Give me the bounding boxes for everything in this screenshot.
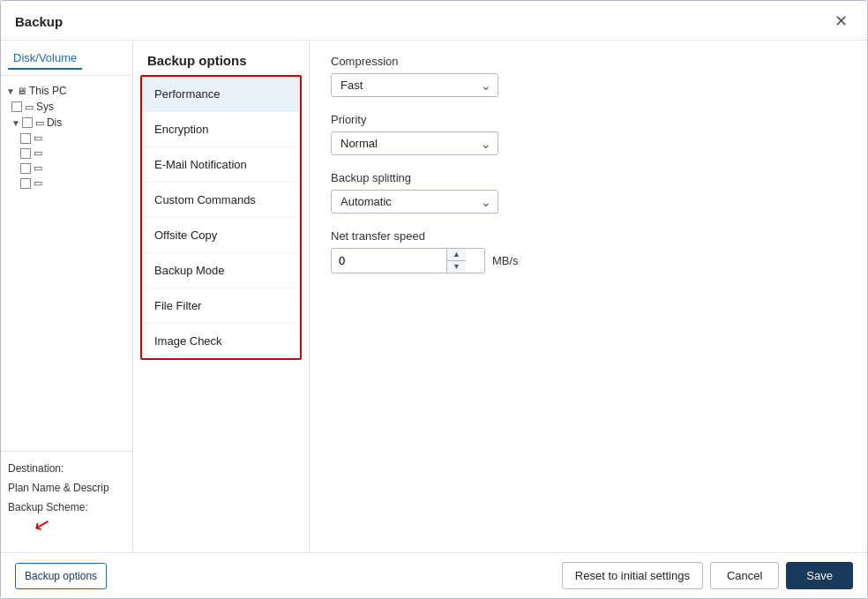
dis-label: Dis [47, 116, 62, 129]
sys-label: Sys [36, 101, 54, 113]
left-bottom: Destination: Plan Name & Descrip Backup … [1, 451, 132, 545]
menu-item-image-check[interactable]: Image Check [142, 324, 300, 358]
plan-name-label: Plan Name & Descrip [8, 478, 125, 498]
dis-disk-icon: ▭ [35, 117, 44, 129]
tree-node-dis: ▼ ▭ Dis [4, 115, 129, 131]
dis-arrow: ▼ [11, 118, 20, 128]
tree-node-label: This PC [29, 85, 67, 97]
dialog-title: Backup [15, 14, 63, 29]
pc-icon: 🖥 [17, 86, 26, 96]
sys-disk-icon: ▭ [25, 101, 34, 113]
sub2-checkbox[interactable] [20, 148, 31, 159]
backup-dialog: Backup ✕ Disk/Volume ▼ 🖥 This PC ▭ Sys [0, 0, 868, 599]
menu-item-backup-mode[interactable]: Backup Mode [142, 253, 300, 288]
sub3-icon: ▭ [34, 162, 42, 174]
sub1-checkbox[interactable] [20, 133, 31, 144]
sub1-icon: ▭ [34, 132, 42, 144]
middle-panel-header: Backup options [133, 41, 309, 75]
sub2-icon: ▭ [34, 147, 42, 159]
compression-select-wrapper: None Normal Fast Maximum ⌄ [331, 73, 498, 97]
menu-item-email[interactable]: E-Mail Notification [142, 147, 300, 183]
priority-group: Priority Low Normal High ⌄ [331, 113, 846, 155]
reset-button[interactable]: Reset to initial settings [562, 562, 703, 589]
spinbox-up-button[interactable]: ▲ [447, 249, 466, 261]
menu-item-file-filter[interactable]: File Filter [142, 288, 300, 324]
menu-item-custom-commands[interactable]: Custom Commands [142, 183, 300, 218]
tab-disk-volume[interactable]: Disk/Volume [8, 48, 82, 70]
compression-group: Compression None Normal Fast Maximum ⌄ [331, 55, 846, 97]
menu-list: Performance Encryption E-Mail Notificati… [140, 75, 302, 360]
priority-select[interactable]: Low Normal High [331, 131, 498, 155]
tree-node-sys: ▭ Sys [4, 99, 129, 115]
dis-checkbox[interactable] [22, 117, 33, 128]
net-transfer-input[interactable] [332, 250, 446, 272]
tree-node-sub3: ▭ [4, 161, 129, 176]
save-button[interactable]: Save [786, 562, 853, 589]
backup-options-button[interactable]: Backup options [15, 563, 107, 589]
tree-node-sub4: ▭ [4, 176, 129, 191]
left-panel: Disk/Volume ▼ 🖥 This PC ▭ Sys ▼ [1, 41, 133, 552]
priority-label: Priority [331, 113, 846, 126]
cancel-button[interactable]: Cancel [710, 562, 779, 589]
backup-scheme-label: Backup Scheme: [8, 498, 125, 517]
spinbox-buttons: ▲ ▼ [446, 249, 466, 273]
sub4-checkbox[interactable] [20, 178, 31, 189]
dialog-body: Disk/Volume ▼ 🖥 This PC ▭ Sys ▼ [1, 41, 867, 552]
spinbox-wrapper: ▲ ▼ MB/s [331, 248, 846, 273]
priority-select-wrapper: Low Normal High ⌄ [331, 131, 498, 155]
spinbox-down-button[interactable]: ▼ [447, 261, 466, 273]
tree-arrow: ▼ [6, 86, 15, 96]
tree-section: ▼ 🖥 This PC ▭ Sys ▼ ▭ Dis [1, 76, 132, 451]
backup-splitting-group: Backup splitting Automatic Fixed Size ⌄ [331, 171, 846, 213]
menu-item-encryption[interactable]: Encryption [142, 112, 300, 147]
left-panel-tabs: Disk/Volume [1, 48, 132, 76]
tree-node-this-pc: ▼ 🖥 This PC [4, 83, 129, 99]
backup-splitting-label: Backup splitting [331, 171, 846, 184]
net-transfer-group: Net transfer speed ▲ ▼ MB/s [331, 229, 846, 273]
sub4-icon: ▭ [34, 177, 42, 189]
tree-node-sub1: ▭ [4, 131, 129, 146]
destination-label: Destination: [8, 459, 125, 478]
right-panel: Compression None Normal Fast Maximum ⌄ P… [310, 41, 867, 552]
tree-node-sub2: ▭ [4, 146, 129, 161]
dialog-footer: Backup options Reset to initial settings… [1, 552, 867, 598]
footer-left: Backup options [15, 563, 555, 589]
backup-splitting-select[interactable]: Automatic Fixed Size [331, 190, 498, 213]
middle-panel: Backup options Performance Encryption E-… [133, 41, 310, 552]
net-transfer-label: Net transfer speed [331, 229, 846, 243]
dialog-header: Backup ✕ [1, 1, 867, 41]
sub3-checkbox[interactable] [20, 163, 31, 174]
spinbox: ▲ ▼ [331, 248, 485, 273]
backup-splitting-select-wrapper: Automatic Fixed Size ⌄ [331, 190, 498, 213]
menu-item-performance[interactable]: Performance [142, 77, 300, 112]
menu-item-offsite-copy[interactable]: Offsite Copy [142, 218, 300, 253]
sys-checkbox[interactable] [11, 101, 22, 112]
close-button[interactable]: ✕ [829, 10, 853, 33]
compression-select[interactable]: None Normal Fast Maximum [331, 73, 498, 97]
compression-label: Compression [331, 55, 846, 68]
mbs-unit-label: MB/s [492, 254, 519, 267]
